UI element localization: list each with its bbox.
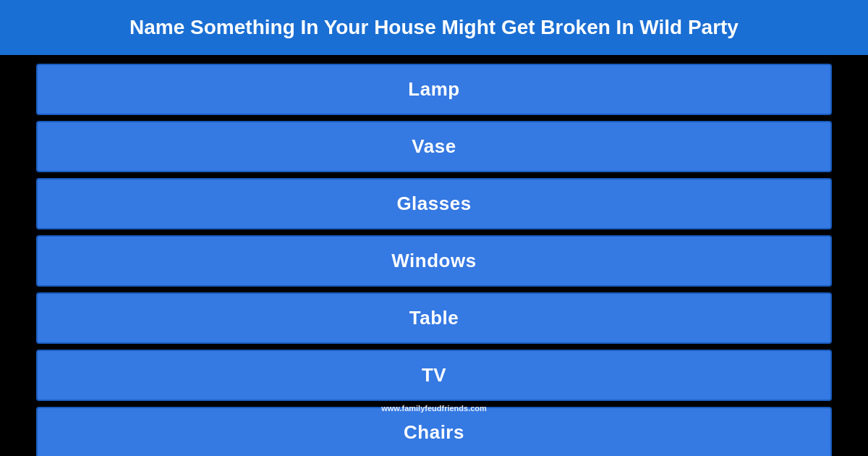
answer-text: Chairs xyxy=(404,421,464,443)
header-title: Name Something In Your House Might Get B… xyxy=(129,16,739,38)
answer-text: Table xyxy=(409,307,459,329)
answers-container: LampVaseGlassesWindowsTableTVChairs xyxy=(0,58,868,456)
answer-text: Windows xyxy=(391,250,476,271)
answer-row[interactable]: Vase xyxy=(36,121,832,172)
answer-row[interactable]: Table xyxy=(36,292,832,344)
header: Name Something In Your House Might Get B… xyxy=(0,0,868,58)
answer-row[interactable]: Chairs xyxy=(36,407,832,456)
answer-text: Lamp xyxy=(408,78,459,100)
answer-text: Vase xyxy=(412,135,456,157)
answer-row[interactable]: Glasses xyxy=(36,178,832,229)
answer-text: TV xyxy=(422,364,446,386)
answer-row[interactable]: TV xyxy=(36,350,832,401)
footer-watermark: www.familyfeudfriends.com xyxy=(0,404,868,413)
answer-row[interactable]: Windows xyxy=(36,235,832,287)
answer-text: Glasses xyxy=(396,193,471,214)
answer-row[interactable]: Lamp xyxy=(36,64,832,115)
